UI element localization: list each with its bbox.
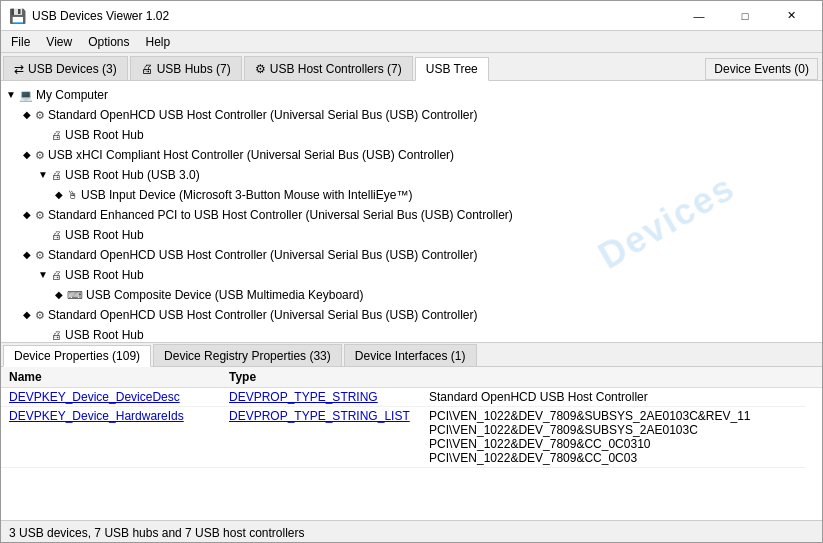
tab-usb-host-controllers-label: USB Host Controllers (7) [270, 62, 402, 76]
menu-help[interactable]: Help [138, 33, 179, 51]
table-row: DEVPKEY_Device_DeviceDesc DEVPROP_TYPE_S… [1, 388, 822, 407]
tab-device-properties[interactable]: Device Properties (109) [3, 345, 151, 367]
usb-hubs-icon: 🖨 [141, 62, 153, 76]
prop-type-2[interactable]: DEVPROP_TYPE_STRING_LIST [229, 409, 410, 423]
app-icon: 💾 [9, 8, 26, 24]
tab-device-properties-label: Device Properties (109) [14, 349, 140, 363]
tree-label-3: Standard Enhanced PCI to USB Host Contro… [48, 206, 513, 224]
tab-device-registry[interactable]: Device Registry Properties (33) [153, 344, 342, 366]
tree-item-3[interactable]: ◆ ⚙ Standard Enhanced PCI to USB Host Co… [1, 205, 822, 225]
title-bar: 💾 USB Devices Viewer 1.02 — □ ✕ [1, 1, 822, 31]
tree-label-4: Standard OpenHCD USB Host Controller (Un… [48, 246, 477, 264]
tree-item-3a[interactable]: 🖨 USB Root Hub [1, 225, 822, 245]
menu-options[interactable]: Options [80, 33, 137, 51]
hub-icon-4a: 🖨 [51, 266, 62, 284]
tree-item-4a[interactable]: ▼ 🖨 USB Root Hub [1, 265, 822, 285]
tree-item-2a[interactable]: ▼ 🖨 USB Root Hub (USB 3.0) [1, 165, 822, 185]
expand-icon-4a1[interactable]: ◆ [53, 286, 65, 304]
tab-device-interfaces[interactable]: Device Interfaces (1) [344, 344, 477, 366]
table-row: DEVPKEY_Device_HardwareIds DEVPROP_TYPE_… [1, 407, 822, 468]
tab-usb-devices-label: USB Devices (3) [28, 62, 117, 76]
prop-name-2[interactable]: DEVPKEY_Device_HardwareIds [9, 409, 184, 423]
tree-view[interactable]: ▼ 💻 My Computer ◆ ⚙ Standard OpenHCD USB… [1, 81, 822, 343]
expand-icon-5[interactable]: ◆ [21, 306, 33, 324]
keyboard-icon: ⌨ [67, 286, 83, 304]
bottom-tab-bar: Device Properties (109) Device Registry … [1, 343, 822, 367]
tree-label-5a: USB Root Hub [65, 326, 144, 343]
tab-usb-hubs-label: USB Hubs (7) [157, 62, 231, 76]
tree-label-2: USB xHCI Compliant Host Controller (Univ… [48, 146, 454, 164]
tab-usb-tree-label: USB Tree [426, 62, 478, 76]
prop-value-2: PCI\VEN_1022&DEV_7809&SUBSYS_2AE0103C&RE… [421, 407, 806, 468]
tab-usb-host-controllers[interactable]: ⚙ USB Host Controllers (7) [244, 56, 413, 80]
tree-item-4a1[interactable]: ◆ ⌨ USB Composite Device (USB Multimedia… [1, 285, 822, 305]
tree-label-5: Standard OpenHCD USB Host Controller (Un… [48, 306, 477, 324]
col-header-type: Type [221, 367, 421, 388]
tree-label-4a1: USB Composite Device (USB Multimedia Key… [86, 286, 363, 304]
main-content: ▼ 💻 My Computer ◆ ⚙ Standard OpenHCD USB… [1, 81, 822, 520]
computer-icon: 💻 [19, 86, 33, 104]
expand-icon-2a1[interactable]: ◆ [53, 186, 65, 204]
usb-devices-icon: ⇄ [14, 62, 24, 76]
tab-device-interfaces-label: Device Interfaces (1) [355, 349, 466, 363]
host-ctrl-icon-3: ⚙ [35, 206, 45, 224]
tree-item-5[interactable]: ◆ ⚙ Standard OpenHCD USB Host Controller… [1, 305, 822, 325]
col-header-scroll [806, 367, 822, 388]
tree-label-root: My Computer [36, 86, 108, 104]
expand-icon-3[interactable]: ◆ [21, 206, 33, 224]
hub-icon-5a: 🖨 [51, 326, 62, 343]
status-text: 3 USB devices, 7 USB hubs and 7 USB host… [9, 526, 304, 540]
tree-item-root[interactable]: ▼ 💻 My Computer [1, 85, 822, 105]
tree-label-2a1: USB Input Device (Microsoft 3-Button Mou… [81, 186, 412, 204]
tab-device-registry-label: Device Registry Properties (33) [164, 349, 331, 363]
window-controls: — □ ✕ [676, 1, 814, 31]
expand-icon[interactable]: ▼ [5, 86, 17, 104]
host-ctrl-icon-1: ⚙ [35, 106, 45, 124]
tree-item-4[interactable]: ◆ ⚙ Standard OpenHCD USB Host Controller… [1, 245, 822, 265]
expand-icon-2[interactable]: ◆ [21, 146, 33, 164]
prop-value-1: Standard OpenHCD USB Host Controller [421, 388, 806, 407]
tree-item-1a[interactable]: 🖨 USB Root Hub [1, 125, 822, 145]
menu-file[interactable]: File [3, 33, 38, 51]
host-ctrl-icon-4: ⚙ [35, 246, 45, 264]
hub-icon-3a: 🖨 [51, 226, 62, 244]
col-header-value [421, 367, 806, 388]
tree-item-2a1[interactable]: ◆ 🖱 USB Input Device (Microsoft 3-Button… [1, 185, 822, 205]
expand-icon-1[interactable]: ◆ [21, 106, 33, 124]
tab-usb-hubs[interactable]: 🖨 USB Hubs (7) [130, 56, 242, 80]
properties-table: Name Type DEVPKEY_Device_DeviceDesc DEVP… [1, 367, 822, 468]
usb-host-controllers-icon: ⚙ [255, 62, 266, 76]
tree-item-1[interactable]: ◆ ⚙ Standard OpenHCD USB Host Controller… [1, 105, 822, 125]
expand-icon-4a[interactable]: ▼ [37, 266, 49, 284]
expand-icon-2a[interactable]: ▼ [37, 166, 49, 184]
status-bar: 3 USB devices, 7 USB hubs and 7 USB host… [1, 520, 822, 543]
device-events-button[interactable]: Device Events (0) [705, 58, 818, 80]
menu-bar: File View Options Help [1, 31, 822, 53]
tree-item-5a[interactable]: 🖨 USB Root Hub [1, 325, 822, 343]
tree-label-1a: USB Root Hub [65, 126, 144, 144]
tree-label-3a: USB Root Hub [65, 226, 144, 244]
col-header-name: Name [1, 367, 221, 388]
tree-label-1: Standard OpenHCD USB Host Controller (Un… [48, 106, 477, 124]
menu-view[interactable]: View [38, 33, 80, 51]
mouse-icon: 🖱 [67, 186, 78, 204]
tree-item-2[interactable]: ◆ ⚙ USB xHCI Compliant Host Controller (… [1, 145, 822, 165]
minimize-button[interactable]: — [676, 1, 722, 31]
host-ctrl-icon-5: ⚙ [35, 306, 45, 324]
close-button[interactable]: ✕ [768, 1, 814, 31]
tab-usb-devices[interactable]: ⇄ USB Devices (3) [3, 56, 128, 80]
tree-label-4a: USB Root Hub [65, 266, 144, 284]
hub-icon-2a: 🖨 [51, 166, 62, 184]
app-title: USB Devices Viewer 1.02 [32, 9, 169, 23]
tree-label-2a: USB Root Hub (USB 3.0) [65, 166, 200, 184]
tab-bar: ⇄ USB Devices (3) 🖨 USB Hubs (7) ⚙ USB H… [1, 53, 822, 81]
prop-type-1[interactable]: DEVPROP_TYPE_STRING [229, 390, 378, 404]
properties-panel[interactable]: Name Type DEVPKEY_Device_DeviceDesc DEVP… [1, 367, 822, 520]
maximize-button[interactable]: □ [722, 1, 768, 31]
expand-icon-4[interactable]: ◆ [21, 246, 33, 264]
host-ctrl-icon-2: ⚙ [35, 146, 45, 164]
hub-icon-1a: 🖨 [51, 126, 62, 144]
tab-usb-tree[interactable]: USB Tree [415, 57, 489, 81]
prop-name-1[interactable]: DEVPKEY_Device_DeviceDesc [9, 390, 180, 404]
